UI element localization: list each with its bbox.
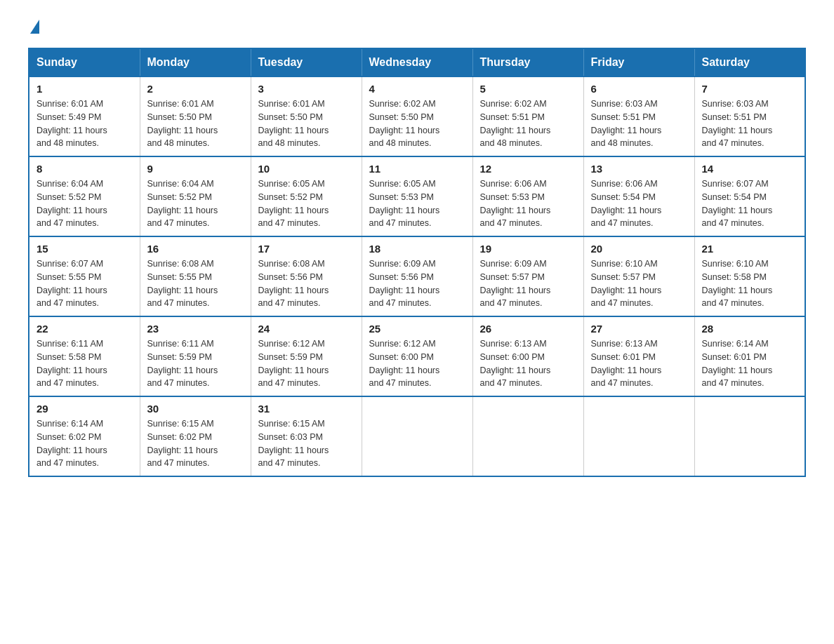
day-info: Sunrise: 6:05 AM Sunset: 5:53 PM Dayligh… [369,177,465,230]
day-info: Sunrise: 6:06 AM Sunset: 5:54 PM Dayligh… [591,177,687,230]
calendar-day-cell: 16 Sunrise: 6:08 AM Sunset: 5:55 PM Dayl… [140,236,251,316]
day-info: Sunrise: 6:03 AM Sunset: 5:51 PM Dayligh… [591,98,687,150]
calendar-day-cell [694,396,805,476]
day-number: 23 [147,323,244,335]
day-number: 4 [369,83,465,95]
calendar-day-cell: 24 Sunrise: 6:12 AM Sunset: 5:59 PM Dayl… [251,316,362,396]
day-number: 21 [702,243,798,255]
day-number: 15 [37,243,133,255]
col-header-tuesday: Tuesday [251,48,362,76]
day-info: Sunrise: 6:01 AM Sunset: 5:50 PM Dayligh… [147,98,244,150]
day-info: Sunrise: 6:11 AM Sunset: 5:58 PM Dayligh… [37,337,133,390]
day-number: 2 [147,83,244,95]
day-number: 12 [480,163,576,175]
day-number: 17 [258,243,355,255]
day-number: 14 [702,163,798,175]
col-header-wednesday: Wednesday [362,48,472,76]
calendar-day-cell: 25 Sunrise: 6:12 AM Sunset: 6:00 PM Dayl… [362,316,472,396]
day-number: 7 [702,83,798,95]
calendar-day-cell: 3 Sunrise: 6:01 AM Sunset: 5:50 PM Dayli… [251,76,362,156]
day-info: Sunrise: 6:10 AM Sunset: 5:57 PM Dayligh… [591,257,687,310]
calendar-day-cell [472,396,583,476]
day-info: Sunrise: 6:08 AM Sunset: 5:55 PM Dayligh… [147,257,244,310]
day-number: 19 [480,243,576,255]
calendar-week-row: 22 Sunrise: 6:11 AM Sunset: 5:58 PM Dayl… [29,316,805,396]
day-info: Sunrise: 6:07 AM Sunset: 5:54 PM Dayligh… [702,177,798,230]
day-info: Sunrise: 6:04 AM Sunset: 5:52 PM Dayligh… [147,177,244,230]
day-number: 20 [591,243,687,255]
day-number: 29 [37,403,133,415]
day-number: 27 [591,323,687,335]
col-header-saturday: Saturday [694,48,805,76]
calendar-day-cell: 6 Sunrise: 6:03 AM Sunset: 5:51 PM Dayli… [583,76,694,156]
calendar-day-cell [583,396,694,476]
calendar-day-cell: 12 Sunrise: 6:06 AM Sunset: 5:53 PM Dayl… [472,156,583,236]
calendar-day-cell: 9 Sunrise: 6:04 AM Sunset: 5:52 PM Dayli… [140,156,251,236]
page-header [28,21,806,34]
calendar-week-row: 29 Sunrise: 6:14 AM Sunset: 6:02 PM Dayl… [29,396,805,476]
calendar-day-cell: 13 Sunrise: 6:06 AM Sunset: 5:54 PM Dayl… [583,156,694,236]
day-info: Sunrise: 6:01 AM Sunset: 5:49 PM Dayligh… [37,98,133,150]
day-number: 6 [591,83,687,95]
day-number: 30 [147,403,244,415]
calendar-header-row: SundayMondayTuesdayWednesdayThursdayFrid… [29,48,805,76]
day-info: Sunrise: 6:12 AM Sunset: 6:00 PM Dayligh… [369,337,465,390]
day-number: 28 [702,323,798,335]
calendar-week-row: 1 Sunrise: 6:01 AM Sunset: 5:49 PM Dayli… [29,76,805,156]
calendar-day-cell: 17 Sunrise: 6:08 AM Sunset: 5:56 PM Dayl… [251,236,362,316]
day-info: Sunrise: 6:05 AM Sunset: 5:52 PM Dayligh… [258,177,355,230]
calendar-day-cell: 27 Sunrise: 6:13 AM Sunset: 6:01 PM Dayl… [583,316,694,396]
logo [28,21,39,34]
day-number: 31 [258,403,355,415]
day-info: Sunrise: 6:03 AM Sunset: 5:51 PM Dayligh… [702,98,798,150]
calendar-day-cell: 26 Sunrise: 6:13 AM Sunset: 6:00 PM Dayl… [472,316,583,396]
day-info: Sunrise: 6:04 AM Sunset: 5:52 PM Dayligh… [37,177,133,230]
day-number: 1 [37,83,133,95]
calendar-day-cell: 21 Sunrise: 6:10 AM Sunset: 5:58 PM Dayl… [694,236,805,316]
day-number: 18 [369,243,465,255]
calendar-day-cell: 15 Sunrise: 6:07 AM Sunset: 5:55 PM Dayl… [29,236,140,316]
calendar-day-cell: 8 Sunrise: 6:04 AM Sunset: 5:52 PM Dayli… [29,156,140,236]
day-info: Sunrise: 6:09 AM Sunset: 5:56 PM Dayligh… [369,257,465,310]
day-number: 16 [147,243,244,255]
col-header-sunday: Sunday [29,48,140,76]
day-number: 10 [258,163,355,175]
calendar-day-cell: 29 Sunrise: 6:14 AM Sunset: 6:02 PM Dayl… [29,396,140,476]
calendar-week-row: 8 Sunrise: 6:04 AM Sunset: 5:52 PM Dayli… [29,156,805,236]
col-header-thursday: Thursday [472,48,583,76]
day-number: 8 [37,163,133,175]
calendar-table: SundayMondayTuesdayWednesdayThursdayFrid… [28,48,806,477]
day-info: Sunrise: 6:13 AM Sunset: 6:00 PM Dayligh… [480,337,576,390]
col-header-monday: Monday [140,48,251,76]
calendar-day-cell: 31 Sunrise: 6:15 AM Sunset: 6:03 PM Dayl… [251,396,362,476]
calendar-day-cell: 7 Sunrise: 6:03 AM Sunset: 5:51 PM Dayli… [694,76,805,156]
calendar-day-cell: 23 Sunrise: 6:11 AM Sunset: 5:59 PM Dayl… [140,316,251,396]
calendar-day-cell: 11 Sunrise: 6:05 AM Sunset: 5:53 PM Dayl… [362,156,472,236]
day-info: Sunrise: 6:02 AM Sunset: 5:51 PM Dayligh… [480,98,576,150]
calendar-day-cell: 1 Sunrise: 6:01 AM Sunset: 5:49 PM Dayli… [29,76,140,156]
calendar-day-cell: 10 Sunrise: 6:05 AM Sunset: 5:52 PM Dayl… [251,156,362,236]
day-number: 25 [369,323,465,335]
day-number: 5 [480,83,576,95]
day-info: Sunrise: 6:10 AM Sunset: 5:58 PM Dayligh… [702,257,798,310]
day-info: Sunrise: 6:15 AM Sunset: 6:03 PM Dayligh… [258,417,355,470]
day-number: 22 [37,323,133,335]
day-info: Sunrise: 6:02 AM Sunset: 5:50 PM Dayligh… [369,98,465,150]
day-info: Sunrise: 6:12 AM Sunset: 5:59 PM Dayligh… [258,337,355,390]
day-info: Sunrise: 6:14 AM Sunset: 6:01 PM Dayligh… [702,337,798,390]
col-header-friday: Friday [583,48,694,76]
day-info: Sunrise: 6:13 AM Sunset: 6:01 PM Dayligh… [591,337,687,390]
calendar-day-cell: 28 Sunrise: 6:14 AM Sunset: 6:01 PM Dayl… [694,316,805,396]
calendar-day-cell: 18 Sunrise: 6:09 AM Sunset: 5:56 PM Dayl… [362,236,472,316]
calendar-day-cell: 4 Sunrise: 6:02 AM Sunset: 5:50 PM Dayli… [362,76,472,156]
day-info: Sunrise: 6:11 AM Sunset: 5:59 PM Dayligh… [147,337,244,390]
day-number: 9 [147,163,244,175]
day-number: 3 [258,83,355,95]
calendar-day-cell: 22 Sunrise: 6:11 AM Sunset: 5:58 PM Dayl… [29,316,140,396]
day-info: Sunrise: 6:09 AM Sunset: 5:57 PM Dayligh… [480,257,576,310]
calendar-day-cell [362,396,472,476]
calendar-day-cell: 19 Sunrise: 6:09 AM Sunset: 5:57 PM Dayl… [472,236,583,316]
calendar-day-cell: 30 Sunrise: 6:15 AM Sunset: 6:02 PM Dayl… [140,396,251,476]
day-number: 24 [258,323,355,335]
day-number: 26 [480,323,576,335]
